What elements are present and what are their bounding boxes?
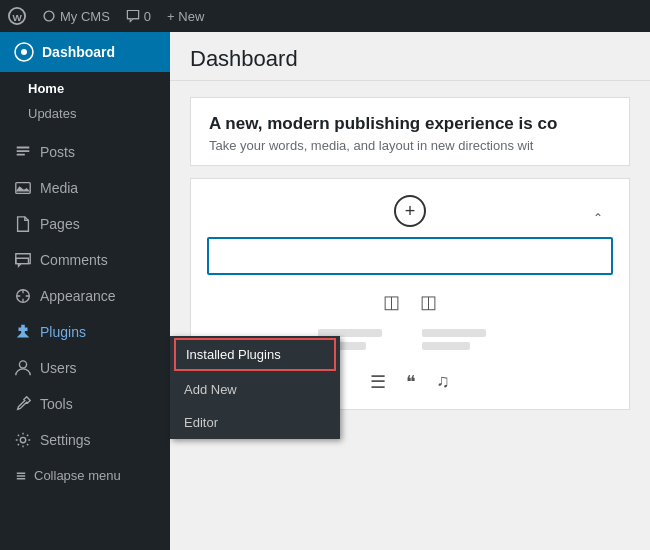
svg-point-6 (19, 361, 26, 368)
admin-bar-new[interactable]: + New (167, 9, 204, 24)
plugins-label: Plugins (40, 324, 86, 340)
admin-bar-comments[interactable]: 0 (126, 9, 151, 24)
sidebar-item-updates[interactable]: Updates (0, 101, 170, 126)
admin-bar-site[interactable]: My CMS (42, 9, 110, 24)
posts-label: Posts (40, 144, 75, 160)
collapse-label: Collapse menu (34, 468, 121, 483)
collapse-icon (14, 469, 28, 483)
sidebar-item-appearance[interactable]: Appearance (0, 278, 170, 314)
sidebar: Dashboard Home Updates Posts Media Pages (0, 32, 170, 550)
image-block-icon-2[interactable]: ◫ (420, 291, 437, 313)
music-block-icon[interactable]: ♫ (436, 371, 450, 393)
welcome-title: A new, modern publishing experience is c… (209, 114, 611, 134)
sidebar-item-users[interactable]: Users (0, 350, 170, 386)
image-block-icon[interactable]: ◫ (383, 291, 400, 313)
dashboard-submenu: Home Updates (0, 72, 170, 134)
media-icon (14, 179, 32, 197)
users-icon (14, 359, 32, 377)
content-area: Dashboard A new, modern publishing exper… (170, 32, 650, 550)
plugins-dropdown-editor[interactable]: Editor (170, 406, 340, 439)
main-layout: Dashboard Home Updates Posts Media Pages (0, 32, 650, 550)
pages-label: Pages (40, 216, 80, 232)
plugins-dropdown-installed[interactable]: Installed Plugins (174, 338, 336, 371)
svg-text:W: W (13, 12, 23, 23)
site-name-label: My CMS (60, 9, 110, 24)
comments-label: Comments (40, 252, 108, 268)
svg-rect-4 (16, 183, 30, 194)
settings-label: Settings (40, 432, 91, 448)
svg-point-3 (21, 49, 27, 55)
sidebar-item-tools[interactable]: Tools (0, 386, 170, 422)
settings-icon (14, 431, 32, 449)
users-label: Users (40, 360, 77, 376)
tools-icon (14, 395, 32, 413)
plugins-dropdown-add-new[interactable]: Add New (170, 373, 340, 406)
posts-icon (14, 143, 32, 161)
sidebar-item-home[interactable]: Home (0, 76, 170, 101)
media-label: Media (40, 180, 78, 196)
block-bottom-icons: ☰ ❝ ♫ (370, 371, 450, 393)
new-label: + New (167, 9, 204, 24)
page-title: Dashboard (170, 32, 650, 81)
add-block-button[interactable]: + (394, 195, 426, 227)
sidebar-item-media[interactable]: Media (0, 170, 170, 206)
sidebar-item-plugins[interactable]: Plugins (0, 314, 170, 350)
welcome-panel: A new, modern publishing experience is c… (190, 97, 630, 166)
list-block-icon[interactable]: ☰ (370, 371, 386, 393)
dashboard-label: Dashboard (42, 44, 115, 60)
comments-icon (14, 251, 32, 269)
plugins-dropdown: Installed Plugins Add New Editor (170, 336, 340, 439)
sidebar-item-pages[interactable]: Pages (0, 206, 170, 242)
collapse-menu[interactable]: Collapse menu (0, 458, 170, 493)
sidebar-item-posts[interactable]: Posts (0, 134, 170, 170)
quote-block-icon[interactable]: ❝ (406, 371, 416, 393)
welcome-subtitle: Take your words, media, and layout in ne… (209, 138, 611, 153)
block-title-input[interactable] (207, 237, 613, 275)
sidebar-item-settings[interactable]: Settings (0, 422, 170, 458)
tools-label: Tools (40, 396, 73, 412)
chevron-up-icon: ⌃ (593, 211, 603, 225)
svg-point-7 (20, 437, 25, 442)
appearance-icon (14, 287, 32, 305)
pages-icon (14, 215, 32, 233)
block-icons-row: ◫ ◫ (383, 291, 437, 313)
sidebar-dashboard-header[interactable]: Dashboard (0, 32, 170, 72)
admin-bar: W My CMS 0 + New (0, 0, 650, 32)
sidebar-item-comments[interactable]: Comments (0, 242, 170, 278)
appearance-label: Appearance (40, 288, 116, 304)
wp-logo[interactable]: W (8, 7, 26, 25)
plugins-icon (14, 323, 32, 341)
dashboard-icon (14, 42, 34, 62)
comments-count: 0 (144, 9, 151, 24)
